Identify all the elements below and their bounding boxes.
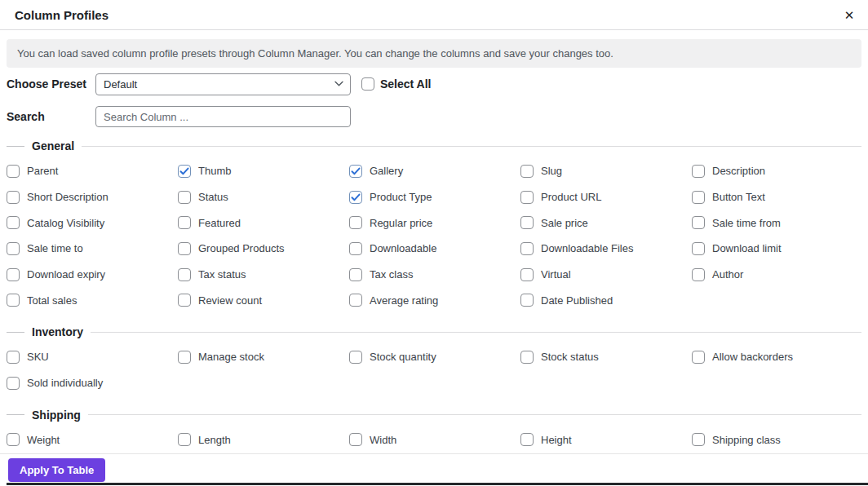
checkbox-icon[interactable] — [692, 268, 705, 281]
checkbox-icon[interactable] — [178, 242, 191, 255]
column-option-total-sales[interactable]: Total sales — [7, 294, 178, 307]
search-label: Search — [7, 110, 95, 123]
column-option-label: Tax status — [198, 268, 246, 281]
checkbox-icon[interactable] — [178, 268, 191, 281]
checkbox-icon[interactable] — [349, 216, 362, 229]
checkbox-icon[interactable] — [520, 351, 534, 364]
checkbox-icon[interactable] — [520, 191, 534, 204]
checkbox-icon[interactable] — [692, 216, 705, 229]
checkbox-icon[interactable] — [178, 216, 191, 229]
apply-to-table-button[interactable]: Apply To Table — [8, 458, 105, 482]
column-option-product-type[interactable]: Product Type — [349, 191, 520, 204]
column-option-stock-quantity[interactable]: Stock quantity — [349, 351, 520, 364]
column-option-manage-stock[interactable]: Manage stock — [178, 351, 349, 364]
checkbox-icon[interactable] — [7, 433, 20, 446]
section-divider-line — [82, 146, 861, 147]
checkbox-icon[interactable] — [692, 242, 705, 255]
checkbox-icon[interactable] — [7, 351, 20, 364]
column-option-downloadable[interactable]: Downloadable — [349, 242, 520, 255]
checkbox-icon[interactable] — [7, 191, 20, 204]
column-option-sale-price[interactable]: Sale price — [520, 216, 692, 229]
checkbox-icon[interactable] — [520, 433, 534, 446]
column-option-label: Author — [712, 268, 743, 281]
checkbox-icon[interactable] — [7, 294, 20, 307]
column-option-sold-individually[interactable]: Sold individually — [7, 377, 178, 390]
checkbox-icon[interactable] — [178, 191, 191, 204]
column-option-parent[interactable]: Parent — [7, 165, 178, 178]
column-option-slug[interactable]: Slug — [520, 165, 692, 178]
column-option-download-limit[interactable]: Download limit — [692, 242, 863, 255]
column-option-author[interactable]: Author — [692, 268, 863, 281]
checkbox-icon[interactable] — [692, 191, 705, 204]
column-option-thumb[interactable]: Thumb — [178, 165, 349, 178]
column-option-sale-time-from[interactable]: Sale time from — [692, 216, 863, 229]
checkbox-icon[interactable] — [7, 165, 20, 178]
column-option-average-rating[interactable]: Average rating — [349, 294, 520, 307]
column-option-review-count[interactable]: Review count — [178, 294, 349, 307]
checkbox-icon[interactable] — [349, 351, 362, 364]
column-option-featured[interactable]: Featured — [178, 216, 349, 229]
column-option-label: Status — [198, 191, 228, 203]
close-icon[interactable]: ✕ — [840, 7, 858, 24]
search-input[interactable] — [95, 106, 351, 127]
section-grid: Weight Length Width Height Shipping clas… — [7, 427, 861, 453]
checkbox-icon[interactable] — [520, 242, 534, 255]
column-option-allow-backorders[interactable]: Allow backorders — [692, 351, 863, 364]
checkbox-icon[interactable] — [692, 165, 705, 178]
column-option-length[interactable]: Length — [178, 433, 349, 446]
column-option-download-expiry[interactable]: Download expiry — [7, 268, 178, 281]
section-header: General — [7, 139, 861, 152]
column-option-virtual[interactable]: Virtual — [520, 268, 692, 281]
column-option-label: Sold individually — [27, 377, 103, 389]
checkbox-icon[interactable] — [349, 242, 362, 255]
column-option-product-url[interactable]: Product URL — [520, 191, 692, 204]
column-option-label: Downloadable — [370, 242, 436, 254]
preset-select[interactable]: Default — [95, 73, 351, 95]
column-option-catalog-visibility[interactable]: Catalog Visibility — [7, 216, 178, 229]
column-option-stock-status[interactable]: Stock status — [520, 351, 692, 364]
checkbox-icon[interactable] — [520, 294, 534, 307]
checkbox-icon[interactable] — [178, 294, 191, 307]
select-all-checkbox[interactable] — [361, 77, 374, 91]
checkbox-icon[interactable] — [7, 377, 20, 390]
checkbox-icon[interactable] — [520, 268, 534, 281]
checkbox-icon[interactable] — [349, 294, 362, 307]
checkbox-icon[interactable] — [349, 433, 362, 446]
column-option-date-published[interactable]: Date Published — [520, 294, 692, 307]
checkbox-icon[interactable] — [349, 268, 362, 281]
column-option-gallery[interactable]: Gallery — [349, 165, 520, 178]
section-inventory: Inventory SKU Manage stock Stock quantit… — [7, 325, 861, 395]
column-option-sku[interactable]: SKU — [7, 351, 178, 364]
checkbox-icon[interactable] — [178, 351, 191, 364]
column-option-downloadable-files[interactable]: Downloadable Files — [520, 242, 692, 255]
checkbox-icon[interactable] — [178, 165, 191, 178]
column-option-button-text[interactable]: Button Text — [692, 191, 863, 204]
column-option-tax-class[interactable]: Tax class — [349, 268, 520, 281]
checkbox-icon[interactable] — [349, 191, 362, 204]
column-option-shipping-class[interactable]: Shipping class — [692, 433, 863, 446]
column-option-label: Height — [541, 434, 572, 446]
column-option-status[interactable]: Status — [178, 191, 349, 204]
column-option-description[interactable]: Description — [692, 165, 863, 178]
checkbox-icon[interactable] — [178, 433, 191, 446]
column-option-weight[interactable]: Weight — [7, 433, 178, 446]
column-option-regular-price[interactable]: Regular price — [349, 216, 520, 229]
select-all-control[interactable]: Select All — [361, 77, 432, 91]
column-option-sale-time-to[interactable]: Sale time to — [7, 242, 178, 255]
column-option-grouped-products[interactable]: Grouped Products — [178, 242, 349, 255]
checkbox-icon[interactable] — [692, 433, 705, 446]
column-option-width[interactable]: Width — [349, 433, 520, 446]
column-option-label: Download limit — [712, 242, 782, 254]
checkbox-icon[interactable] — [520, 216, 534, 229]
preset-select-wrap: Default — [95, 73, 351, 95]
column-option-short-description[interactable]: Short Description — [7, 191, 178, 204]
column-option-height[interactable]: Height — [520, 433, 692, 446]
checkbox-icon[interactable] — [692, 351, 705, 364]
checkbox-icon[interactable] — [7, 216, 20, 229]
column-option-tax-status[interactable]: Tax status — [178, 268, 349, 281]
checkbox-icon[interactable] — [7, 242, 20, 255]
column-option-label: Regular price — [370, 217, 432, 229]
checkbox-icon[interactable] — [520, 165, 534, 178]
checkbox-icon[interactable] — [349, 165, 362, 178]
checkbox-icon[interactable] — [7, 268, 20, 281]
